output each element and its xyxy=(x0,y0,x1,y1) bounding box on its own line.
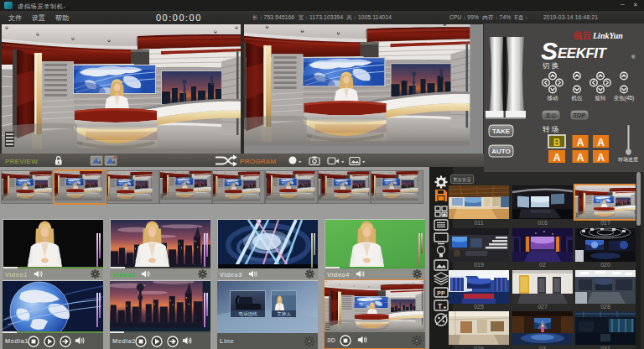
svg-text:LinkYun: LinkYun xyxy=(592,31,623,40)
svg-text:®: ® xyxy=(631,55,636,60)
svg-text:A: A xyxy=(553,152,561,164)
svg-text:机位: 机位 xyxy=(572,95,584,101)
svg-text:A: A xyxy=(577,137,584,148)
svg-text:PP: PP xyxy=(437,290,445,296)
svg-text:B: B xyxy=(553,137,561,148)
svg-text:复位: 复位 xyxy=(546,112,558,119)
svg-text:TOP: TOP xyxy=(574,112,586,118)
svg-text:变焦(45): 变焦(45) xyxy=(614,95,635,102)
svg-text:T: T xyxy=(438,302,443,310)
svg-text:移动: 移动 xyxy=(548,95,558,102)
svg-text:A: A xyxy=(597,152,605,164)
svg-text:旋转: 旋转 xyxy=(595,95,607,102)
svg-text:A: A xyxy=(597,137,605,148)
svg-text:EEKFIT: EEKFIT xyxy=(558,45,608,61)
svg-text:A: A xyxy=(577,152,584,164)
svg-text:AUTO: AUTO xyxy=(491,148,511,155)
svg-text:临云: 临云 xyxy=(573,30,591,40)
svg-text:转场速度: 转场速度 xyxy=(618,156,638,163)
svg-text:切 换: 切 换 xyxy=(542,61,558,70)
svg-text:TAKE: TAKE xyxy=(492,128,511,135)
svg-text:转 场: 转 场 xyxy=(543,125,558,133)
